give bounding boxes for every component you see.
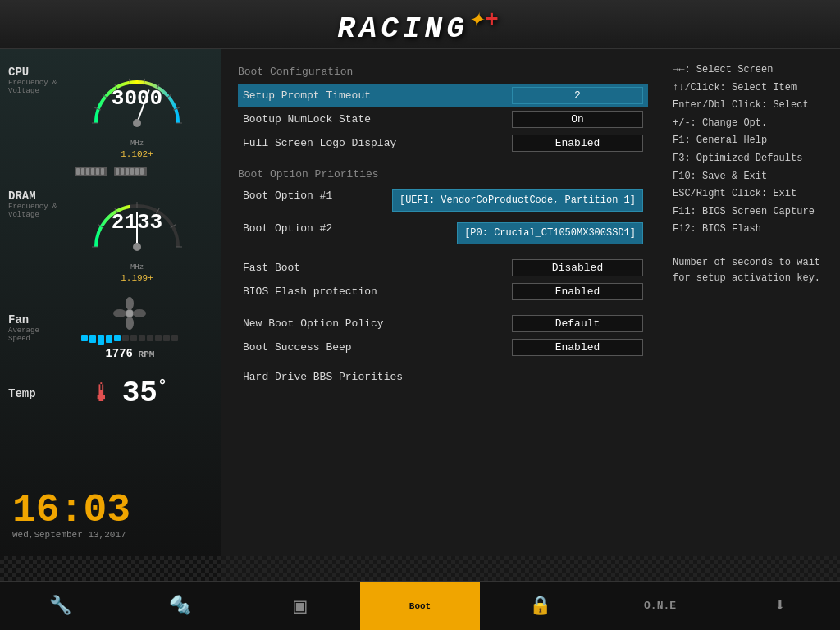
left-panel: CPU Frequency & Voltage — [0, 49, 221, 581]
fan-title: Fan — [8, 313, 39, 326]
fan-sub1: Average — [8, 326, 39, 335]
svg-rect-15 — [86, 168, 89, 175]
fan-bar-3 — [98, 335, 104, 345]
date-display: Wed,September 13,2017 — [12, 530, 130, 540]
boot-option-1-label: Boot Option #1 — [243, 189, 332, 202]
fan-bar-4 — [106, 335, 112, 343]
svg-rect-20 — [116, 168, 119, 175]
help-keys: →←: Select Screen ↑↓/Click: Select Item … — [673, 62, 832, 239]
svg-rect-14 — [81, 168, 84, 175]
main-content: Boot Configuration Setup Prompt Timeout … — [221, 49, 664, 581]
fan-bar-2 — [89, 335, 96, 343]
fan-rpm-unit: RPM — [133, 349, 154, 359]
svg-rect-22 — [126, 168, 129, 175]
fan-section: Fan Average Speed — [0, 287, 221, 368]
thermometer-icon: 🌡 — [89, 379, 114, 409]
new-boot-policy-value: Default — [512, 315, 643, 332]
fast-boot-item[interactable]: Fast Boot Disabled — [238, 257, 648, 279]
boot-option-1-item[interactable]: Boot Option #1 [UEFI: VendorCoProductCod… — [238, 187, 648, 214]
boot-option-2-value: [P0: Crucial_CT1050MX300SSD1] — [457, 222, 643, 244]
toolbar-item-lock[interactable]: 🔒 — [480, 582, 600, 630]
svg-point-38 — [126, 317, 134, 330]
setup-prompt-timeout-item[interactable]: Setup Prompt Timeout 2 — [238, 84, 648, 107]
boot-option-1-value: [UEFI: VendorCoProductCode, Partition 1] — [392, 189, 643, 212]
hard-drive-bbs-label: Hard Drive BBS Priorities — [243, 371, 403, 383]
cpu-section: CPU Frequency & Voltage — [0, 57, 221, 163]
boot-option-2-item[interactable]: Boot Option #2 [P0: Crucial_CT1050MX300S… — [238, 220, 648, 247]
monitor-icon: ▣ — [294, 593, 307, 619]
boot-success-beep-label: Boot Success Beep — [243, 341, 352, 354]
cpu-freq-value: 3000 — [112, 85, 162, 110]
fullscreen-logo-item[interactable]: Full Screen Logo Display Enabled — [238, 132, 648, 154]
toolbar-item-one[interactable]: O.N.E — [600, 582, 719, 630]
bootup-numlock-item[interactable]: Bootup NumLock State On — [238, 108, 648, 130]
toolbar-item-download[interactable]: ⬇ — [720, 582, 840, 630]
fullscreen-logo-label: Full Screen Logo Display — [243, 137, 396, 149]
bios-flash-label: BIOS Flash protection — [243, 285, 377, 298]
bios-flash-protection-item[interactable]: BIOS Flash protection Enabled — [238, 281, 648, 303]
dram-freq-unit: MHz — [84, 263, 190, 272]
toolbar-item-tools[interactable]: 🔧 — [0, 582, 120, 630]
boot-tab-label: Boot — [409, 601, 431, 611]
dram-section: DRAM Frequency & Voltage — [0, 181, 221, 287]
time-display: 16:03 — [12, 491, 130, 530]
fast-boot-label: Fast Boot — [243, 262, 300, 274]
fast-boot-value: Disabled — [512, 259, 643, 276]
toolbar: 🔧 🔩 ▣ Boot 🔒 O.N.E ⬇ — [0, 581, 840, 630]
boot-option-2-label: Boot Option #2 — [243, 222, 332, 235]
dram-sub2: Voltage — [8, 211, 57, 219]
help-description: Number of seconds to wait for setup acti… — [673, 255, 832, 286]
fan-rpm-value: 1776 — [105, 347, 133, 360]
spanner-icon: 🔩 — [169, 595, 191, 617]
logo: RACING✦+ — [337, 2, 503, 46]
dram-icon — [75, 163, 107, 180]
bootup-numlock-value: On — [512, 111, 643, 128]
setup-prompt-value: 2 — [512, 87, 643, 104]
toolbar-item-wrench2[interactable]: 🔩 — [120, 582, 240, 630]
fan-bar-5 — [114, 335, 121, 341]
svg-point-34 — [133, 243, 141, 251]
svg-rect-16 — [91, 168, 94, 175]
new-boot-policy-item[interactable]: New Boot Option Policy Default — [238, 313, 648, 335]
cpu-gauge: 3000 MHz — [84, 62, 190, 148]
svg-rect-24 — [135, 168, 139, 175]
dram-icon2 — [114, 163, 147, 180]
svg-rect-18 — [101, 168, 104, 175]
fan-bar-8 — [139, 335, 145, 341]
toolbar-item-boot[interactable]: Boot — [360, 582, 480, 630]
right-panel: →←: Select Screen ↑↓/Click: Select Item … — [664, 49, 840, 581]
svg-point-36 — [126, 297, 134, 310]
fan-sub2: Speed — [8, 335, 39, 343]
boot-success-beep-item[interactable]: Boot Success Beep Enabled — [238, 336, 648, 358]
cpu-freq-unit: MHz — [84, 139, 190, 148]
cpu-title: CPU — [8, 66, 57, 79]
setup-prompt-label: Setup Prompt Timeout — [243, 89, 371, 102]
bootup-numlock-label: Bootup NumLock State — [243, 113, 371, 126]
download-icon: ⬇ — [774, 595, 785, 617]
temp-value: 35° — [122, 377, 167, 410]
dram-voltage: 1.199+ — [121, 273, 153, 283]
checkered-left — [0, 556, 221, 581]
cpu-sub2: Voltage — [8, 87, 57, 95]
fan-bar-11 — [163, 335, 170, 341]
cpu-sub1: Frequency & — [8, 79, 57, 87]
svg-point-40 — [126, 310, 133, 317]
new-boot-policy-label: New Boot Option Policy — [243, 317, 384, 330]
boot-options-header: Boot Option Priorities — [238, 168, 648, 180]
svg-rect-17 — [96, 168, 99, 175]
fan-icon — [112, 295, 148, 331]
header: RACING✦+ — [0, 0, 840, 49]
cpu-voltage: 1.102+ — [121, 149, 153, 159]
fan-bar-10 — [155, 335, 162, 341]
hard-drive-bbs-item[interactable]: Hard Drive BBS Priorities — [238, 368, 648, 386]
svg-rect-13 — [76, 168, 80, 175]
temp-title: Temp — [8, 387, 36, 400]
svg-rect-25 — [140, 168, 144, 175]
time-section: 16:03 Wed,September 13,2017 — [12, 491, 130, 540]
toolbar-item-monitor[interactable]: ▣ — [240, 582, 360, 630]
svg-rect-23 — [130, 168, 134, 175]
dram-gauge: 2133 MHz — [84, 185, 190, 272]
temp-section: Temp 🌡 35° — [0, 368, 221, 418]
boot-config-header: Boot Configuration — [238, 66, 648, 78]
fan-bar-7 — [130, 335, 137, 341]
